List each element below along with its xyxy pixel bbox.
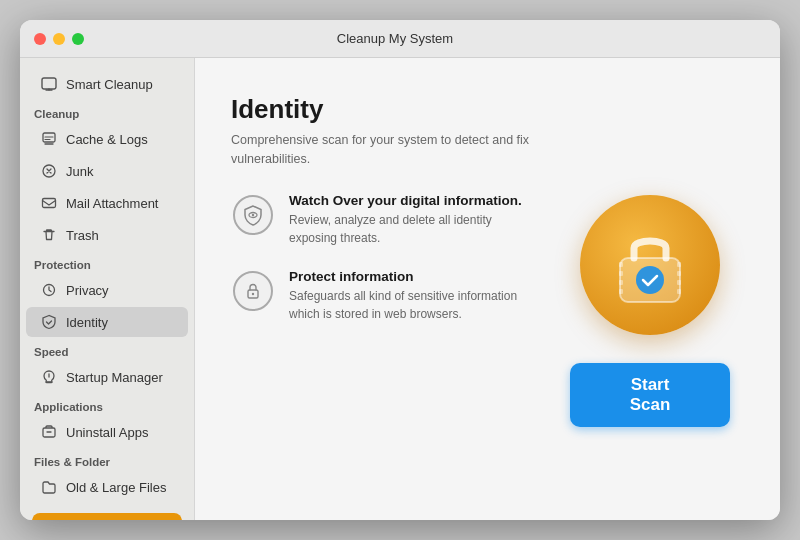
- identity-label: Identity: [66, 315, 108, 330]
- app-window: Cleanup My System Smart Cleanup Cleanup: [20, 20, 780, 520]
- svg-point-12: [636, 266, 664, 294]
- svg-rect-16: [619, 289, 623, 294]
- svg-rect-19: [677, 280, 681, 285]
- section-label-cleanup: Cleanup: [20, 100, 194, 123]
- section-label-speed: Speed: [20, 338, 194, 361]
- cache-logs-label: Cache & Logs: [66, 132, 148, 147]
- lock-key-icon: [231, 269, 275, 313]
- uninstall-icon: [40, 423, 58, 441]
- svg-rect-15: [619, 280, 623, 285]
- svg-point-9: [252, 292, 254, 294]
- svg-point-7: [252, 213, 254, 215]
- sidebar-item-trash[interactable]: Trash: [26, 220, 188, 250]
- eye-shield-icon: [231, 193, 275, 237]
- lock-illustration-area: Start Scan: [560, 185, 740, 485]
- feature-text-watch-over: Watch Over your digital information. Rev…: [289, 193, 540, 247]
- startup-manager-label: Startup Manager: [66, 370, 163, 385]
- sidebar-item-identity[interactable]: Identity: [26, 307, 188, 337]
- startup-icon: [40, 368, 58, 386]
- feature-desc-protect-info: Safeguards all kind of sensitive informa…: [289, 287, 540, 323]
- section-label-protection: Protection: [20, 251, 194, 274]
- titlebar: Cleanup My System: [20, 20, 780, 58]
- files-icon: [40, 478, 58, 496]
- feature-item-watch-over: Watch Over your digital information. Rev…: [231, 193, 540, 247]
- feature-item-protect-info: Protect information Safeguards all kind …: [231, 269, 540, 323]
- panel-header: Identity Comprehensive scan for your sys…: [231, 94, 740, 169]
- sidebar-item-cache-logs[interactable]: Cache & Logs: [26, 124, 188, 154]
- old-large-files-label: Old & Large Files: [66, 480, 166, 495]
- trash-icon: [40, 226, 58, 244]
- features-list: Watch Over your digital information. Rev…: [231, 185, 540, 485]
- sidebar: Smart Cleanup Cleanup Cache & Logs: [20, 58, 195, 520]
- svg-rect-18: [677, 271, 681, 276]
- svg-rect-20: [677, 289, 681, 294]
- section-label-applications: Applications: [20, 393, 194, 416]
- lock-circle: [580, 195, 720, 335]
- feature-text-protect-info: Protect information Safeguards all kind …: [289, 269, 540, 323]
- identity-icon: [40, 313, 58, 331]
- svg-rect-3: [43, 199, 56, 208]
- start-scan-button[interactable]: Start Scan: [570, 363, 730, 427]
- unlock-full-version-button[interactable]: Unlock Full Version: [32, 513, 182, 520]
- svg-rect-0: [42, 78, 56, 89]
- mail-icon: [40, 194, 58, 212]
- smart-cleanup-label: Smart Cleanup: [66, 77, 153, 92]
- privacy-label: Privacy: [66, 283, 109, 298]
- feature-title-protect-info: Protect information: [289, 269, 540, 284]
- feature-title-watch-over: Watch Over your digital information.: [289, 193, 540, 208]
- smart-cleanup-icon: [40, 75, 58, 93]
- main-content: Smart Cleanup Cleanup Cache & Logs: [20, 58, 780, 520]
- feature-desc-watch-over: Review, analyze and delete all identity …: [289, 211, 540, 247]
- uninstall-apps-label: Uninstall Apps: [66, 425, 148, 440]
- panel-subtitle: Comprehensive scan for your system to de…: [231, 131, 531, 169]
- section-label-files-folder: Files & Folder: [20, 448, 194, 471]
- svg-rect-13: [619, 262, 623, 267]
- sidebar-item-privacy[interactable]: Privacy: [26, 275, 188, 305]
- privacy-icon: [40, 281, 58, 299]
- junk-icon: [40, 162, 58, 180]
- window-title: Cleanup My System: [24, 31, 766, 46]
- sidebar-item-old-large-files[interactable]: Old & Large Files: [26, 472, 188, 502]
- mail-attachment-label: Mail Attachment: [66, 196, 159, 211]
- main-panel: Identity Comprehensive scan for your sys…: [195, 58, 780, 520]
- sidebar-item-smart-cleanup[interactable]: Smart Cleanup: [26, 69, 188, 99]
- sidebar-item-startup-manager[interactable]: Startup Manager: [26, 362, 188, 392]
- svg-rect-14: [619, 271, 623, 276]
- sidebar-item-uninstall-apps[interactable]: Uninstall Apps: [26, 417, 188, 447]
- panel-body: Watch Over your digital information. Rev…: [231, 185, 740, 485]
- trash-label: Trash: [66, 228, 99, 243]
- sidebar-item-mail-attachment[interactable]: Mail Attachment: [26, 188, 188, 218]
- sidebar-item-junk[interactable]: Junk: [26, 156, 188, 186]
- cache-icon: [40, 130, 58, 148]
- junk-label: Junk: [66, 164, 93, 179]
- svg-rect-17: [677, 262, 681, 267]
- panel-title: Identity: [231, 94, 740, 125]
